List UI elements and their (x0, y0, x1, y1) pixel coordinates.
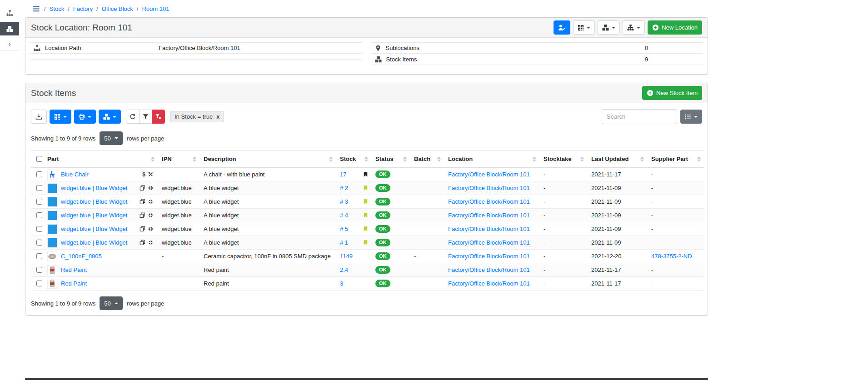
stock-link[interactable]: 2.4 (340, 266, 348, 273)
stock-toolbar: In Stock = true x (25, 103, 708, 126)
stock-link[interactable]: # 4 (340, 212, 348, 219)
barcode-actions-button[interactable] (50, 110, 71, 124)
row-checkbox[interactable] (36, 253, 42, 259)
stock-link[interactable]: # 3 (340, 198, 348, 205)
location-link[interactable]: Factory/Office Block/Room 101 (448, 266, 530, 273)
table-row: C_100nF_0805-Ceramic capacitor, 100nF in… (31, 250, 704, 263)
row-checkbox[interactable] (36, 171, 42, 177)
supplier-part-text: - (651, 266, 653, 273)
row-checkbox[interactable] (36, 281, 42, 286)
status-badge: OK (375, 225, 390, 233)
row-checkbox[interactable] (36, 185, 42, 191)
breadcrumb-link[interactable]: Room 101 (142, 5, 169, 12)
column-header-ipn[interactable]: IPN (158, 150, 200, 168)
page-size-dropdown[interactable]: 50 (100, 296, 122, 310)
reload-button[interactable] (126, 110, 140, 124)
part-link[interactable]: Red Paint (61, 280, 87, 287)
new-location-button-label: New Location (662, 24, 698, 31)
page-size-dropdown[interactable]: 50 (100, 131, 122, 145)
location-link[interactable]: Factory/Office Block/Room 101 (448, 171, 530, 178)
copy-icon (140, 212, 145, 218)
stock-actions-button[interactable] (598, 20, 620, 35)
stock-link[interactable]: # 5 (340, 226, 348, 232)
bookmark-icon (363, 212, 368, 218)
export-button[interactable] (31, 110, 47, 124)
row-checkbox[interactable] (36, 199, 42, 205)
part-link[interactable]: C_100nF_0805 (61, 253, 102, 260)
sidebar-item-part-categories[interactable] (0, 6, 19, 20)
part-link[interactable]: widget.blue | Blue Widget (61, 239, 127, 246)
clear-filters-button[interactable] (152, 110, 165, 124)
sort-icon[interactable] (697, 156, 701, 162)
part-link[interactable]: widget.blue | Blue Widget (61, 212, 127, 219)
barcode-actions-button[interactable] (573, 20, 595, 35)
breadcrumb-link[interactable]: Factory (73, 5, 93, 12)
new-location-button[interactable]: New Location (648, 20, 702, 35)
part-link[interactable]: Red Paint (61, 266, 87, 273)
column-header-description[interactable]: Description (200, 150, 336, 168)
column-header-stock[interactable]: Stock (336, 150, 372, 168)
row-checkbox[interactable] (36, 240, 42, 246)
stock-options-button[interactable] (99, 110, 121, 124)
sort-icon[interactable] (640, 156, 644, 162)
location-link[interactable]: Factory/Office Block/Room 101 (448, 212, 530, 219)
sort-icon[interactable] (193, 156, 196, 162)
location-link[interactable]: Factory/Office Block/Room 101 (448, 226, 530, 232)
filter-chip-remove[interactable]: x (216, 113, 219, 120)
part-link[interactable]: widget.blue | Blue Widget (61, 198, 127, 205)
row-checkbox[interactable] (36, 226, 42, 232)
part-link[interactable]: Blue Chair (61, 171, 89, 178)
part-thumbnail (47, 170, 57, 180)
location-actions-button[interactable] (623, 20, 645, 35)
row-checkbox[interactable] (36, 212, 42, 218)
breadcrumb-link[interactable]: Stock (50, 5, 65, 12)
sort-icon[interactable] (403, 156, 407, 162)
sort-icon[interactable] (533, 156, 536, 162)
search-input[interactable] (602, 109, 677, 124)
add-filter-button[interactable] (139, 110, 152, 124)
column-header-stocktake[interactable]: Stocktake (540, 150, 588, 168)
ipn-cell: - (158, 250, 200, 263)
sidebar-item-stock-location[interactable] (0, 22, 19, 35)
stock-link[interactable]: # 2 (340, 185, 348, 191)
column-header-batch[interactable]: Batch (410, 150, 444, 168)
breadcrumb-link[interactable]: Office Block (102, 5, 133, 12)
sidebar-expand-button[interactable]: › (0, 38, 19, 50)
sort-icon[interactable] (364, 156, 368, 162)
part-link[interactable]: widget.blue | Blue Widget (61, 185, 127, 191)
location-panel-header: Stock Location: Room 101 New Location (25, 18, 708, 38)
location-link[interactable]: Factory/Office Block/Room 101 (448, 280, 530, 287)
column-header-part[interactable]: Part (44, 150, 158, 168)
columns-button[interactable] (680, 110, 702, 124)
location-link[interactable]: Factory/Office Block/Room 101 (448, 253, 530, 260)
column-header-last-updated[interactable]: Last Updated (588, 150, 648, 168)
ipn-cell (158, 277, 200, 291)
row-checkbox[interactable] (36, 267, 42, 273)
column-header-supplier-part[interactable]: Supplier Part (648, 150, 704, 168)
sort-icon[interactable] (437, 156, 441, 162)
sort-icon[interactable] (580, 156, 584, 162)
location-link[interactable]: Factory/Office Block/Room 101 (448, 239, 530, 246)
select-all-checkbox[interactable] (36, 156, 42, 162)
stock-link[interactable]: 1149 (340, 253, 353, 260)
sort-icon[interactable] (151, 156, 155, 162)
column-header-status[interactable]: Status (372, 150, 410, 168)
stock-link[interactable]: 3 (340, 280, 343, 287)
status-badge: OK (375, 280, 390, 287)
table-row: Red PaintRed paint3OKFactory/Office Bloc… (31, 277, 704, 291)
part-link[interactable]: widget.blue | Blue Widget (61, 226, 127, 232)
description-cell: A blue widget (200, 209, 336, 222)
print-actions-button[interactable] (74, 110, 96, 124)
sort-icon[interactable] (329, 156, 333, 162)
stock-link[interactable]: # 1 (340, 239, 348, 246)
column-header-location[interactable]: Location (444, 150, 540, 168)
rows-per-page-text: rows per page (127, 135, 164, 142)
supplier-part-link[interactable]: 478-3755-2-ND (651, 253, 692, 260)
part-thumbnail (47, 238, 57, 248)
hamburger-menu-icon[interactable] (32, 5, 40, 13)
new-stock-item-button[interactable]: New Stock Item (642, 86, 702, 100)
location-link[interactable]: Factory/Office Block/Room 101 (448, 198, 530, 205)
stock-link[interactable]: 17 (340, 171, 346, 178)
location-link[interactable]: Factory/Office Block/Room 101 (448, 185, 530, 191)
ownership-button[interactable] (554, 20, 570, 35)
